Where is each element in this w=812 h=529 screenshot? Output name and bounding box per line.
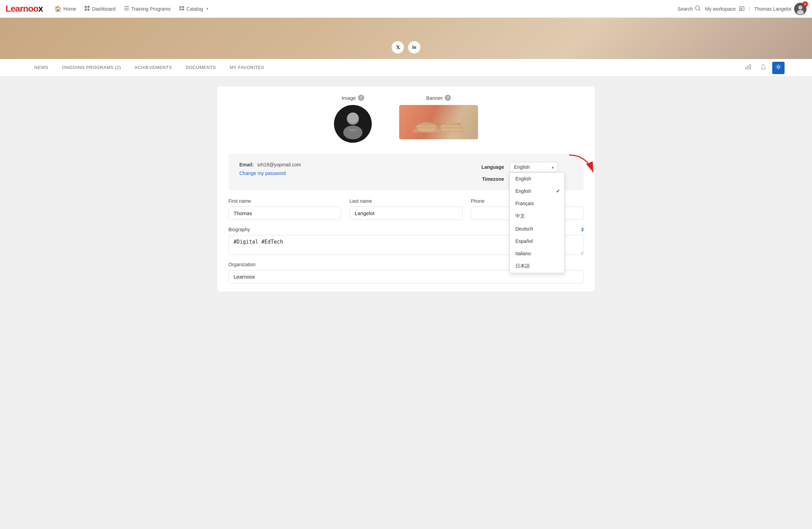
svg-point-11: [695, 6, 700, 10]
search-button[interactable]: Search: [678, 5, 701, 12]
language-option-deutsch[interactable]: Deutsch: [510, 223, 564, 235]
language-option-english[interactable]: English: [510, 185, 564, 197]
nav-item-catalog[interactable]: Catalog ▼: [176, 3, 213, 14]
nav-item-dashboard[interactable]: Dashboard: [81, 3, 119, 14]
svg-rect-7: [179, 6, 181, 8]
email-section: Email: srh16@yopmail.com Change my passw…: [239, 162, 449, 176]
svg-point-28: [347, 113, 358, 124]
image-help-icon[interactable]: ?: [358, 95, 364, 101]
language-option-italiano[interactable]: Italiano: [510, 247, 564, 260]
nav-item-training[interactable]: Training Programs: [120, 3, 174, 14]
svg-point-27: [343, 126, 362, 139]
banner-label-text: Banner: [426, 95, 443, 101]
secondary-nav-right: [742, 62, 785, 74]
nav-right: Search My workspace | Thomas Langelot 8: [678, 3, 807, 15]
svg-rect-33: [415, 126, 463, 129]
tab-achievements[interactable]: ACHIEVEMENTS: [128, 59, 179, 77]
workspace-label: My workspace: [705, 6, 736, 12]
nav-items: 🏠 Home Dashboard Training Programs Catal…: [51, 3, 678, 14]
workspace-button[interactable]: My workspace: [705, 5, 744, 12]
main-content: Image ? Bann: [0, 77, 812, 309]
banner-help-icon[interactable]: ?: [445, 95, 451, 101]
biography-char-count: 3: [581, 227, 584, 232]
bell-icon-button[interactable]: [757, 62, 769, 74]
tab-favorites-label: MY FAVORITES: [230, 65, 264, 70]
svg-rect-15: [742, 8, 743, 9]
twitter-icon: 𝕏: [396, 45, 400, 50]
last-name-group: Last name: [349, 198, 462, 220]
linkedin-button[interactable]: in: [408, 41, 420, 54]
tab-news-label: NEWS: [34, 65, 48, 70]
svg-rect-9: [179, 9, 181, 10]
search-icon: [695, 5, 701, 12]
language-row: Language English ▲ English: [477, 162, 573, 172]
banner-image-section: Banner ?: [399, 95, 478, 139]
language-option-label: 日本語: [515, 263, 530, 269]
email-label: Email:: [239, 162, 254, 167]
tab-documents-label: DOCUMENTS: [186, 65, 216, 70]
logo-text-red: Learnoo: [5, 3, 38, 14]
biography-label: Biography: [228, 227, 250, 232]
last-name-input[interactable]: [349, 207, 462, 220]
logo[interactable]: Learnoox: [5, 3, 43, 14]
profile-banner: 𝕏 in: [0, 18, 812, 59]
language-select-button[interactable]: English ▲: [510, 162, 558, 172]
nav-separator: |: [749, 6, 750, 12]
language-option-chinese[interactable]: 中文: [510, 210, 564, 223]
last-name-label: Last name: [349, 198, 462, 204]
language-option-espanol[interactable]: Español: [510, 235, 564, 247]
svg-rect-10: [182, 9, 184, 10]
tab-my-favorites[interactable]: MY FAVORITES: [223, 59, 271, 77]
secondary-navigation: NEWS ONGOING PROGRAMS (2) ACHIEVEMENTS D…: [0, 59, 812, 77]
svg-point-18: [798, 5, 802, 10]
language-selected-value: English: [514, 164, 530, 170]
twitter-button[interactable]: 𝕏: [392, 41, 404, 54]
language-label: Language: [477, 164, 504, 170]
first-name-input[interactable]: [228, 207, 341, 220]
banner-preview-image[interactable]: [399, 105, 478, 139]
svg-rect-34: [416, 123, 461, 126]
tab-documents[interactable]: DOCUMENTS: [179, 59, 223, 77]
change-password-link[interactable]: Change my password: [239, 171, 286, 176]
svg-rect-21: [748, 65, 749, 70]
nav-item-home[interactable]: 🏠 Home: [51, 3, 80, 14]
language-option-label: English: [515, 188, 531, 194]
svg-rect-8: [182, 6, 184, 8]
user-avatar-container: 8: [794, 3, 807, 15]
tab-news[interactable]: NEWS: [27, 59, 55, 77]
image-label-text: Image: [342, 95, 356, 101]
svg-point-23: [763, 69, 764, 70]
language-option-francais[interactable]: Français: [510, 197, 564, 210]
catalog-dropdown-arrow: ▼: [206, 7, 209, 11]
profile-settings-card: Image ? Bann: [217, 86, 595, 292]
nav-training-label: Training Programs: [131, 6, 171, 12]
user-menu[interactable]: Thomas Langelot 8: [754, 3, 807, 15]
profile-avatar-image[interactable]: [334, 105, 372, 143]
content-wrapper: Image ? Bann: [217, 86, 595, 292]
svg-point-24: [777, 66, 779, 68]
language-select-container: English ▲ English English: [510, 162, 558, 172]
user-name: Thomas Langelot: [754, 6, 791, 12]
settings-info-row: Email: srh16@yopmail.com Change my passw…: [239, 162, 573, 182]
settings-icon-button[interactable]: [772, 62, 785, 74]
svg-rect-5: [124, 8, 129, 9]
tab-ongoing-programs[interactable]: ONGOING PROGRAMS (2): [55, 59, 128, 77]
language-option-label: Français: [515, 201, 534, 206]
linkedin-icon: in: [412, 45, 416, 50]
home-icon: 🏠: [55, 5, 61, 12]
svg-point-19: [797, 10, 804, 15]
notification-badge: 8: [802, 1, 808, 7]
language-option-english-header[interactable]: English: [510, 173, 564, 185]
svg-rect-0: [85, 6, 87, 8]
stats-icon-button[interactable]: [742, 62, 754, 74]
profile-image-section: Image ?: [334, 95, 372, 143]
language-option-label: Italiano: [515, 251, 531, 256]
account-settings-section: Email: srh16@yopmail.com Change my passw…: [228, 154, 584, 190]
language-option-label: English: [515, 176, 531, 181]
settings-icon: [775, 63, 782, 72]
stats-icon: [745, 63, 752, 72]
nav-catalog-label: Catalog: [187, 6, 203, 12]
training-icon: [124, 5, 129, 12]
language-select-arrow: ▲: [551, 165, 555, 169]
language-option-japanese[interactable]: 日本語: [510, 260, 564, 273]
